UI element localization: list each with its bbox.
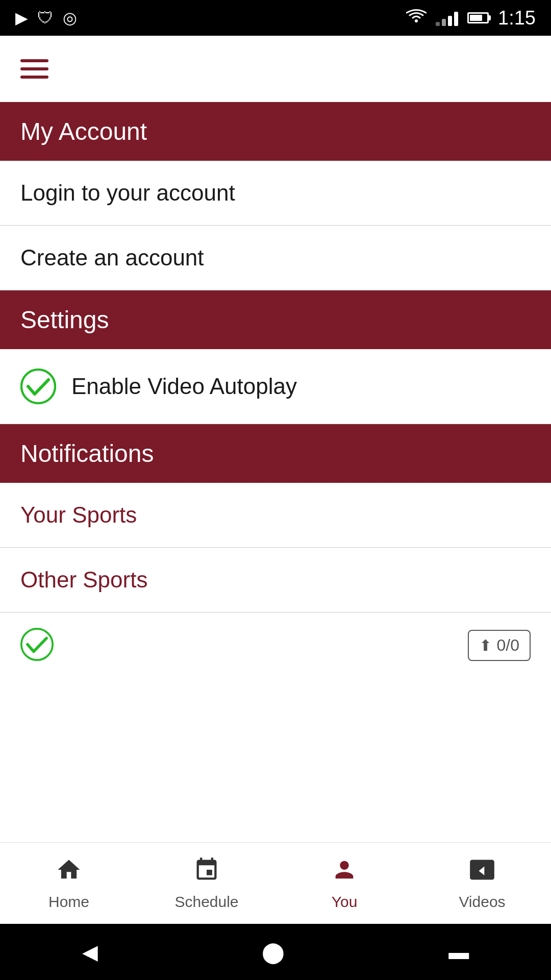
app-header [0, 36, 551, 102]
notifications-section-header: Notifications [0, 424, 551, 483]
autoplay-setting: Enable Video Autoplay [20, 369, 297, 404]
your-sports-menu-item[interactable]: Your Sports [0, 483, 551, 548]
hamburger-line-1 [20, 59, 48, 62]
hamburger-line-2 [20, 67, 48, 70]
autoplay-menu-item[interactable]: Enable Video Autoplay [0, 349, 551, 424]
login-menu-item[interactable]: Login to your account [0, 161, 551, 226]
svg-point-3 [21, 629, 53, 660]
create-account-menu-item[interactable]: Create an account [0, 226, 551, 290]
status-time: 1:15 [498, 7, 536, 29]
videos-nav-label: Videos [459, 893, 505, 911]
notifications-title: Notifications [20, 440, 154, 467]
nav-home[interactable]: Home [0, 856, 138, 911]
shield-status-icon: 🛡 [37, 9, 54, 28]
upload-count: 0/0 [497, 636, 519, 655]
nav-videos[interactable]: Videos [413, 856, 551, 911]
recent-button[interactable]: ▬ [448, 941, 469, 964]
my-account-title: My Account [20, 118, 147, 145]
settings-status-icon: ◎ [63, 8, 77, 28]
hamburger-menu-button[interactable] [20, 59, 48, 79]
other-sports-label: Other Sports [20, 567, 147, 593]
settings-section-header: Settings [0, 290, 551, 349]
battery-icon [467, 12, 489, 23]
schedule-nav-label: Schedule [174, 893, 238, 911]
autoplay-check-icon[interactable] [20, 369, 56, 404]
home-icon [56, 856, 82, 889]
upload-icon: ⬆ [479, 636, 492, 654]
nav-schedule[interactable]: Schedule [138, 856, 276, 911]
android-nav-bar: ◀ ⬤ ▬ [0, 924, 551, 980]
autoplay-label: Enable Video Autoplay [71, 374, 297, 399]
create-account-label: Create an account [20, 245, 204, 271]
settings-title: Settings [20, 306, 109, 333]
my-account-section-header: My Account [0, 102, 551, 161]
partial-list-item: ⬆ 0/0 [0, 612, 551, 678]
back-button[interactable]: ◀ [82, 940, 98, 964]
status-bar: ▶ 🛡 ◎ [0, 0, 551, 36]
home-button[interactable]: ⬤ [262, 940, 285, 964]
wifi-icon [406, 8, 427, 28]
signal-icon [436, 10, 458, 26]
svg-point-0 [415, 19, 418, 22]
status-bar-right: 1:15 [406, 7, 536, 29]
home-nav-label: Home [48, 893, 89, 911]
status-bar-left: ▶ 🛡 ◎ [15, 8, 77, 28]
upload-badge: ⬆ 0/0 [468, 630, 531, 661]
nav-you[interactable]: You [276, 856, 413, 911]
schedule-icon [193, 856, 220, 889]
person-icon [331, 856, 358, 889]
login-label: Login to your account [20, 180, 235, 206]
other-sports-menu-item[interactable]: Other Sports [0, 548, 551, 612]
video-icon [469, 856, 495, 889]
partial-check-icon [20, 628, 54, 663]
you-nav-label: You [332, 893, 358, 911]
play-status-icon: ▶ [15, 8, 28, 28]
hamburger-line-3 [20, 76, 48, 79]
your-sports-label: Your Sports [20, 502, 137, 528]
bottom-nav: Home Schedule You Videos [0, 842, 551, 924]
